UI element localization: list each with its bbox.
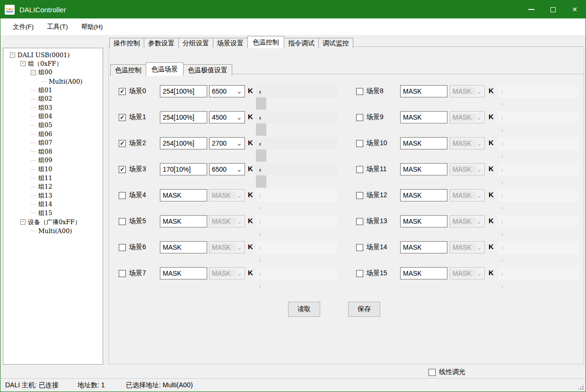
subtab-color-temp-limits[interactable]: 色温极值设置 (183, 64, 232, 76)
scene-12-checkbox[interactable] (356, 192, 363, 199)
scene-8-temp-scrollbar[interactable]: ‹› (498, 85, 578, 97)
tree-collapse-icon[interactable]: - (10, 52, 15, 58)
scene-11-value-input[interactable] (400, 163, 447, 175)
tab-parameter-settings[interactable]: 参数设置 (144, 38, 179, 48)
scene-13-value-input[interactable] (400, 215, 447, 227)
scroll-left-icon[interactable]: ‹ (256, 163, 264, 175)
menu-item-file[interactable]: 文件(F) (6, 19, 40, 35)
subtab-color-temp-control[interactable]: 色温控制 (110, 64, 146, 76)
scene-12-value-input[interactable] (400, 189, 447, 201)
scroll-right-icon[interactable]: › (498, 201, 507, 214)
tree-collapse-icon[interactable]: - (20, 219, 26, 225)
scene-2-temp-select[interactable]: 2700⌄ (209, 137, 245, 149)
scene-6-value-input[interactable] (160, 241, 207, 253)
scene-8-value-input[interactable] (400, 85, 447, 97)
tree-collapse-icon[interactable]: - (20, 61, 26, 66)
scene-4-value-input[interactable] (160, 189, 207, 201)
scroll-right-icon[interactable]: › (498, 279, 507, 292)
scene-7-value-input[interactable] (160, 267, 207, 279)
scene-8-temp-select[interactable]: MASK⌄ (450, 85, 485, 97)
scene-10-temp-select[interactable]: MASK⌄ (450, 137, 485, 149)
scene-1-temp-select[interactable]: 4500⌄ (209, 111, 245, 123)
scene-10-checkbox[interactable] (356, 140, 363, 147)
scene-1-checkbox[interactable]: ✓ (119, 114, 126, 121)
scroll-right-icon[interactable]: › (256, 253, 264, 266)
scroll-left-icon[interactable]: ‹ (256, 137, 264, 149)
scroll-right-icon[interactable]: › (498, 97, 507, 110)
scroll-right-icon[interactable]: › (256, 227, 264, 240)
close-button[interactable]: ✕ (564, 0, 586, 18)
scroll-left-icon[interactable]: ‹ (498, 137, 507, 149)
linear-dimming-checkbox[interactable] (429, 369, 436, 376)
tree-item[interactable]: 组11 (3, 174, 103, 183)
scene-3-value-input[interactable] (160, 163, 207, 175)
scrollbar-thumb[interactable] (256, 175, 266, 188)
tree-item[interactable]: 组06 (3, 130, 103, 139)
tree-item[interactable]: -DALI USB(0001) (3, 51, 103, 60)
scene-7-temp-select[interactable]: MASK⌄ (209, 267, 245, 279)
scroll-left-icon[interactable]: ‹ (498, 111, 507, 123)
scene-12-temp-select[interactable]: MASK⌄ (450, 189, 485, 201)
tree-item[interactable]: 组12 (3, 183, 103, 192)
scroll-left-icon[interactable]: ‹ (498, 267, 507, 279)
scene-13-temp-scrollbar[interactable]: ‹› (498, 215, 578, 227)
scroll-left-icon[interactable]: ‹ (256, 111, 264, 123)
tab-debug-monitor[interactable]: 调试监控 (318, 38, 353, 48)
scene-9-temp-select[interactable]: MASK⌄ (450, 111, 485, 123)
menu-item-tools[interactable]: 工具(T) (40, 19, 74, 35)
tree-item[interactable]: 组02 (3, 95, 103, 104)
scene-11-temp-scrollbar[interactable]: ‹› (498, 163, 578, 175)
scene-14-value-input[interactable] (400, 241, 447, 253)
scene-13-temp-select[interactable]: MASK⌄ (450, 215, 485, 227)
scrollbar-thumb[interactable] (256, 97, 266, 110)
scrollbar-thumb[interactable] (256, 123, 266, 136)
tree-item[interactable]: -设备（广播0xFF） (3, 218, 103, 226)
scene-6-checkbox[interactable] (119, 244, 126, 251)
scene-0-value-input[interactable] (160, 85, 207, 97)
scene-2-value-input[interactable] (160, 137, 207, 149)
scroll-left-icon[interactable]: ‹ (256, 215, 264, 227)
scroll-left-icon[interactable]: ‹ (498, 189, 507, 201)
scene-15-temp-select[interactable]: MASK⌄ (450, 267, 485, 279)
scroll-right-icon[interactable]: › (256, 201, 264, 214)
scene-0-temp-select[interactable]: 6500⌄ (209, 85, 245, 97)
tab-color-temp-control[interactable]: 色温控制 (247, 36, 284, 48)
tab-scene-settings[interactable]: 场景设置 (213, 38, 248, 48)
scene-9-checkbox[interactable] (356, 114, 363, 121)
save-button[interactable]: 保存 (348, 302, 380, 317)
scroll-left-icon[interactable]: ‹ (498, 85, 507, 97)
scroll-left-icon[interactable]: ‹ (256, 85, 264, 97)
scroll-right-icon[interactable]: › (498, 175, 507, 188)
tree-item[interactable]: 组01 (3, 86, 103, 95)
scene-4-temp-scrollbar[interactable]: ‹› (256, 189, 337, 201)
scene-8-checkbox[interactable] (356, 88, 363, 95)
minimize-button[interactable] (520, 0, 542, 18)
subtab-color-temp-scene[interactable]: 色温场景 (146, 62, 184, 76)
scene-5-temp-scrollbar[interactable]: ‹› (256, 215, 337, 227)
scene-1-temp-scrollbar[interactable]: ‹› (256, 111, 337, 123)
scene-5-checkbox[interactable] (119, 218, 126, 225)
tree-item[interactable]: 组03 (3, 104, 103, 113)
tree-item[interactable]: -组（0xFF） (3, 60, 103, 69)
resize-grip-icon[interactable] (577, 383, 584, 390)
scene-15-checkbox[interactable] (356, 270, 363, 277)
scene-10-value-input[interactable] (400, 137, 447, 149)
scene-3-temp-select[interactable]: 6500⌄ (209, 163, 245, 175)
scene-6-temp-scrollbar[interactable]: ‹› (256, 241, 337, 253)
scene-14-checkbox[interactable] (356, 244, 363, 251)
scene-15-value-input[interactable] (400, 267, 447, 279)
scene-9-temp-scrollbar[interactable]: ‹› (498, 111, 578, 123)
scroll-left-icon[interactable]: ‹ (256, 189, 264, 201)
scene-7-temp-scrollbar[interactable]: ‹› (256, 267, 337, 279)
tree-collapse-icon[interactable]: - (31, 70, 36, 75)
scene-12-temp-scrollbar[interactable]: ‹› (498, 189, 578, 201)
menu-item-help[interactable]: 帮助(H) (75, 19, 110, 35)
scene-2-checkbox[interactable]: ✓ (119, 140, 126, 147)
scene-3-checkbox[interactable]: ✓ (119, 166, 126, 173)
tree-item[interactable]: Multi(A00) (3, 226, 103, 235)
tree-item[interactable]: 组13 (3, 192, 103, 200)
read-button[interactable]: 读取 (288, 302, 320, 317)
scene-2-temp-scrollbar[interactable]: ‹› (256, 137, 337, 149)
scroll-right-icon[interactable]: › (498, 227, 507, 240)
tab-grouping-settings[interactable]: 分组设置 (178, 38, 213, 48)
